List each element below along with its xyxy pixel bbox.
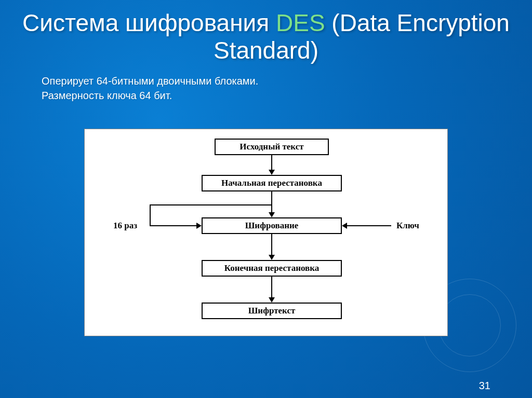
arrow-head-icon <box>342 223 347 229</box>
page-number: 31 <box>479 380 490 392</box>
slide-subtitle: Оперирует 64-битными двоичными блоками. … <box>0 68 532 103</box>
label-iterations: 16 раз <box>113 221 137 231</box>
arrow-head-icon <box>269 255 275 260</box>
arrow <box>271 277 272 297</box>
arrow-head-icon <box>269 297 275 303</box>
subtitle-line1: Оперирует 64-битными двоичными блоками. <box>42 74 490 88</box>
arrow <box>271 155 272 170</box>
label-key: Ключ <box>396 221 419 231</box>
loop-line <box>150 225 196 226</box>
box-source-text: Исходный текст <box>215 139 329 155</box>
loop-line <box>150 204 151 225</box>
box-final-permutation: Конечная перестановка <box>202 260 342 277</box>
title-accent: DES <box>276 9 325 36</box>
box-encryption: Шифрование <box>202 217 342 234</box>
box-initial-permutation: Начальная перестановка <box>202 175 342 191</box>
des-flowchart: Исходный текст Начальная перестановка Ши… <box>84 129 448 336</box>
arrow-head-icon <box>269 170 275 175</box>
loop-line <box>150 204 271 205</box>
subtitle-line2: Размерность ключа 64 бит. <box>42 88 490 103</box>
slide-title: Система шифрования DES (Data Encryption … <box>0 0 532 68</box>
box-ciphertext: Шифртекст <box>202 303 342 319</box>
title-part1: Система шифрования <box>22 9 276 36</box>
arrow-head-icon <box>269 212 275 217</box>
arrow-head-icon <box>196 223 202 229</box>
arrow <box>271 234 272 255</box>
key-line <box>347 225 391 226</box>
arrow <box>271 191 272 212</box>
